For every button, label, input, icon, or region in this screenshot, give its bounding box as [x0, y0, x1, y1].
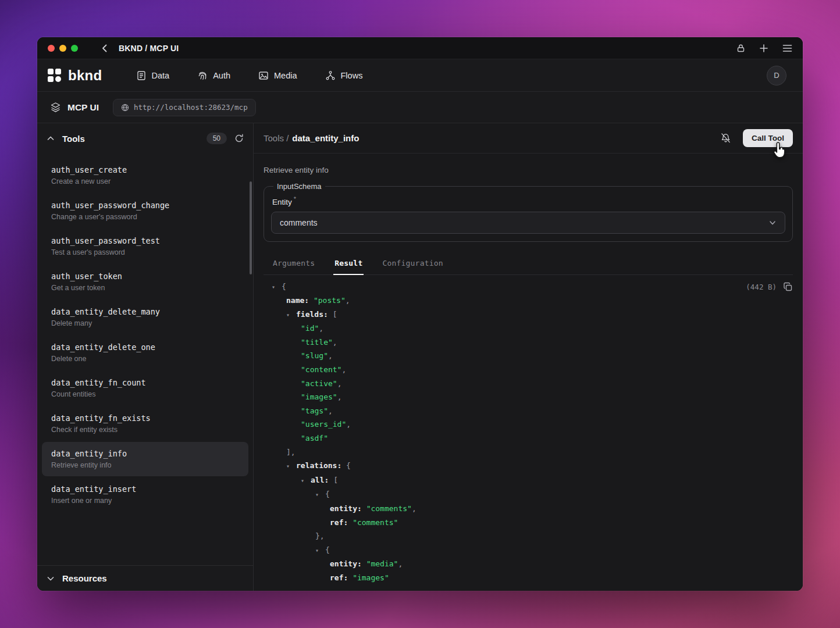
json-token-key: entity:	[330, 559, 366, 568]
notifications-off-button[interactable]	[720, 133, 731, 144]
endpoint-url: http://localhost:28623/mcp	[134, 103, 248, 112]
json-line: ref: "comments"	[264, 516, 793, 530]
collapse-arrow-icon[interactable]: ▾	[286, 459, 296, 473]
copy-icon	[783, 282, 793, 292]
tool-description: Get a user token	[51, 284, 239, 292]
tab-result[interactable]: Result	[333, 253, 364, 275]
json-line: "active",	[264, 377, 793, 391]
tool-name: data_entity_insert	[51, 484, 239, 494]
input-schema-fieldset: InputSchema Entity* comments	[264, 182, 793, 242]
call-tool-button[interactable]: Call Tool	[743, 129, 793, 147]
json-line: entity: "comments",	[264, 502, 793, 516]
page-title: MCP UI	[67, 102, 99, 113]
collapse-arrow-icon[interactable]: ▾	[315, 544, 325, 558]
breadcrumb-current: data_entity_info	[292, 133, 359, 143]
tools-section-header[interactable]: Tools 50	[37, 123, 253, 154]
json-token-str: "slug"	[301, 351, 328, 360]
user-avatar[interactable]: D	[767, 66, 786, 85]
json-token-key: relations:	[296, 461, 346, 470]
json-token-str: "asdf"	[301, 434, 328, 443]
json-token-str: "id"	[301, 324, 319, 333]
tool-list-item-data_entity_insert[interactable]: data_entity_insertInsert one or many	[42, 477, 248, 512]
json-token-punct: ,	[319, 324, 323, 333]
collapse-arrow-icon[interactable]: ▾	[301, 474, 311, 488]
json-token-key: ref:	[330, 518, 353, 527]
tool-name: data_entity_fn_count	[51, 378, 239, 387]
breadcrumb-section[interactable]: Tools /	[264, 133, 289, 143]
subheader: MCP UI http://localhost:28623/mcp	[37, 92, 803, 123]
menu-button[interactable]	[782, 44, 792, 52]
tool-name: data_entity_fn_exists	[51, 413, 239, 423]
nav-item-auth[interactable]: Auth	[197, 70, 230, 81]
plus-icon	[759, 44, 768, 53]
nav-item-label: Flows	[341, 71, 363, 80]
tool-list-item-data_entity_fn_count[interactable]: data_entity_fn_countCount entities	[42, 371, 248, 405]
json-line: ▾{	[264, 280, 793, 294]
nav-item-media[interactable]: Media	[258, 70, 297, 81]
json-token-punct: ,	[398, 559, 403, 568]
json-token-punct: ,	[412, 504, 417, 513]
nav-items: Data Auth Media Flows	[136, 70, 363, 81]
maximize-window-button[interactable]	[71, 45, 78, 52]
json-token-str: "content"	[301, 365, 341, 374]
copy-result-button[interactable]	[783, 282, 793, 292]
back-button[interactable]	[100, 44, 109, 53]
nav-item-data[interactable]: Data	[136, 70, 170, 81]
data-icon	[136, 70, 147, 81]
endpoint-url-pill[interactable]: http://localhost:28623/mcp	[113, 99, 256, 116]
json-line: entity: "media",	[264, 557, 793, 571]
tool-description: Retrieve entity info	[51, 461, 239, 469]
entity-select[interactable]: comments	[271, 212, 785, 234]
tool-name: data_entity_delete_one	[51, 342, 239, 352]
json-line: "tags",	[264, 404, 793, 418]
json-token-punct: ,	[346, 296, 350, 305]
tool-description: Check if entity exists	[51, 426, 239, 434]
nav-item-flows[interactable]: Flows	[325, 70, 363, 81]
image-icon	[258, 70, 269, 81]
minimize-window-button[interactable]	[59, 45, 66, 52]
collapse-arrow-icon[interactable]: ▾	[272, 280, 282, 294]
resources-section-header[interactable]: Resources	[37, 565, 253, 591]
hamburger-icon	[782, 44, 792, 52]
tool-list-item-auth_user_password_change[interactable]: auth_user_password_changeChange a user's…	[42, 194, 248, 228]
tool-list-item-data_entity_info[interactable]: data_entity_infoRetrieve entity info	[42, 442, 248, 476]
json-token-str: "comments"	[353, 518, 398, 527]
tool-description-text: Retrieve entity info	[264, 166, 793, 174]
brand-logo[interactable]: bknd	[47, 67, 102, 84]
tool-list-item-auth_user_password_test[interactable]: auth_user_password_testTest a user's pas…	[42, 229, 248, 263]
json-token-key: all:	[311, 476, 333, 484]
tool-list-item-data_entity_delete_many[interactable]: data_entity_delete_manyDelete many	[42, 300, 248, 334]
lock-button[interactable]	[736, 44, 745, 53]
tab-arguments[interactable]: Arguments	[272, 253, 316, 275]
tool-name: auth_user_create	[51, 165, 239, 174]
tool-description: Count entities	[51, 390, 239, 398]
refresh-tools-button[interactable]	[234, 134, 244, 143]
bell-off-icon	[720, 133, 731, 144]
json-line: "asdf"	[264, 431, 793, 445]
collapse-arrow-icon[interactable]: ▾	[286, 308, 296, 322]
resources-label: Resources	[62, 573, 107, 583]
tab-configuration[interactable]: Configuration	[381, 253, 444, 275]
new-tab-button[interactable]	[759, 44, 768, 53]
tool-detail-header: Tools / data_entity_info Call Tool	[254, 123, 803, 154]
json-token-str: "title"	[301, 338, 333, 347]
json-tree: ▾{name: "posts",▾fields: ["id","title","…	[264, 280, 793, 585]
json-token-punct: ,	[337, 392, 342, 401]
tool-list-item-data_entity_fn_exists[interactable]: data_entity_fn_existsCheck if entity exi…	[42, 406, 248, 441]
tool-list-item-auth_user_token[interactable]: auth_user_tokenGet a user token	[42, 265, 248, 299]
tools-list: auth_user_createCreate a new userauth_us…	[37, 154, 253, 565]
json-token-key: fields:	[296, 310, 333, 319]
tool-list-item-data_entity_delete_one[interactable]: data_entity_delete_oneDelete one	[42, 336, 248, 370]
globe-icon	[121, 104, 129, 112]
tools-sidebar: Tools 50 auth_user_createCreate a new us…	[37, 123, 254, 591]
close-window-button[interactable]	[48, 45, 55, 52]
json-token-punct: [	[333, 310, 337, 319]
sidebar-scrollbar[interactable]	[250, 181, 252, 274]
collapse-arrow-icon[interactable]: ▾	[315, 488, 325, 502]
nav-item-label: Data	[152, 71, 170, 80]
json-token-key: entity:	[330, 504, 366, 513]
entity-label-text: Entity	[272, 198, 292, 206]
tool-list-item-auth_user_create[interactable]: auth_user_createCreate a new user	[42, 158, 248, 192]
result-viewer: (442 B) ▾{name: "posts",▾fields: ["id","…	[264, 280, 793, 585]
result-size-label: (442 B)	[746, 283, 777, 291]
